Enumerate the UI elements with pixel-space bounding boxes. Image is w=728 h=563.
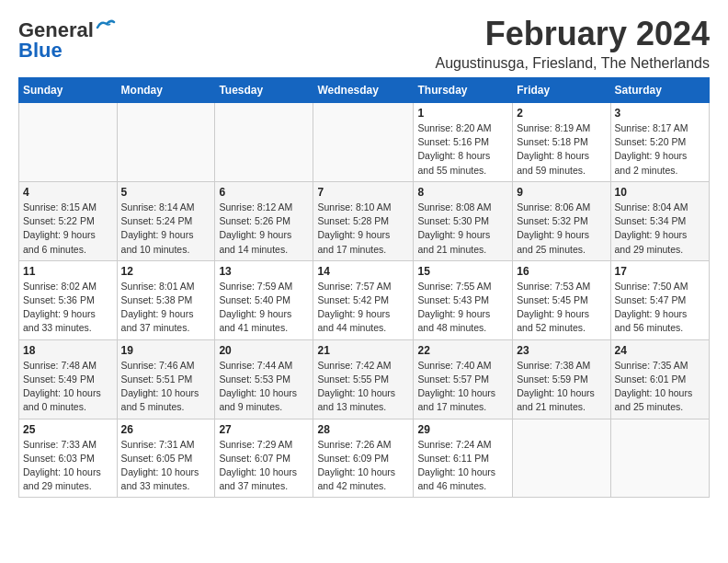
day-info: Sunrise: 7:46 AM Sunset: 5:51 PM Dayligh… <box>121 359 211 415</box>
day-info: Sunrise: 7:48 AM Sunset: 5:49 PM Dayligh… <box>23 359 113 415</box>
calendar-body: 1Sunrise: 8:20 AM Sunset: 5:16 PM Daylig… <box>19 103 710 498</box>
day-info: Sunrise: 7:44 AM Sunset: 5:53 PM Dayligh… <box>219 359 309 415</box>
day-info: Sunrise: 8:06 AM Sunset: 5:32 PM Dayligh… <box>517 201 606 257</box>
day-info: Sunrise: 7:42 AM Sunset: 5:55 PM Dayligh… <box>317 359 409 415</box>
calendar-cell: 5Sunrise: 8:14 AM Sunset: 5:24 PM Daylig… <box>117 181 215 260</box>
location-title: Augustinusga, Friesland, The Netherlands <box>435 55 710 72</box>
day-info: Sunrise: 7:55 AM Sunset: 5:43 PM Dayligh… <box>417 280 508 336</box>
calendar-cell: 29Sunrise: 7:24 AM Sunset: 6:11 PM Dayli… <box>414 419 513 498</box>
day-info: Sunrise: 8:10 AM Sunset: 5:28 PM Dayligh… <box>317 201 409 257</box>
day-info: Sunrise: 7:26 AM Sunset: 6:09 PM Dayligh… <box>317 438 409 494</box>
calendar-cell: 20Sunrise: 7:44 AM Sunset: 5:53 PM Dayli… <box>215 339 313 419</box>
calendar-cell: 6Sunrise: 8:12 AM Sunset: 5:26 PM Daylig… <box>215 181 313 260</box>
calendar-cell: 14Sunrise: 7:57 AM Sunset: 5:42 PM Dayli… <box>313 260 414 339</box>
calendar-cell: 2Sunrise: 8:19 AM Sunset: 5:18 PM Daylig… <box>513 103 610 182</box>
calendar-cell: 15Sunrise: 7:55 AM Sunset: 5:43 PM Dayli… <box>414 260 513 339</box>
weekday-header: Monday <box>117 78 215 103</box>
day-info: Sunrise: 8:20 AM Sunset: 5:16 PM Dayligh… <box>417 121 508 178</box>
day-number: 17 <box>615 265 705 278</box>
calendar-cell: 22Sunrise: 7:40 AM Sunset: 5:57 PM Dayli… <box>414 339 513 419</box>
calendar-cell: 25Sunrise: 7:33 AM Sunset: 6:03 PM Dayli… <box>19 419 118 498</box>
day-info: Sunrise: 7:50 AM Sunset: 5:47 PM Dayligh… <box>615 280 705 336</box>
calendar-week-row: 18Sunrise: 7:48 AM Sunset: 5:49 PM Dayli… <box>19 339 710 419</box>
month-title: February 2024 <box>435 15 710 53</box>
day-number: 15 <box>417 265 508 278</box>
day-number: 7 <box>317 186 409 199</box>
day-number: 10 <box>615 186 705 199</box>
day-info: Sunrise: 7:24 AM Sunset: 6:11 PM Dayligh… <box>417 438 508 494</box>
day-number: 16 <box>517 265 606 278</box>
calendar-header-row: SundayMondayTuesdayWednesdayThursdayFrid… <box>19 78 710 103</box>
day-info: Sunrise: 7:40 AM Sunset: 5:57 PM Dayligh… <box>417 359 508 415</box>
day-number: 9 <box>517 186 606 199</box>
calendar-cell: 19Sunrise: 7:46 AM Sunset: 5:51 PM Dayli… <box>117 339 215 419</box>
day-number: 21 <box>317 344 409 357</box>
day-info: Sunrise: 7:57 AM Sunset: 5:42 PM Dayligh… <box>317 280 409 336</box>
calendar-cell: 17Sunrise: 7:50 AM Sunset: 5:47 PM Dayli… <box>610 260 709 339</box>
day-info: Sunrise: 7:38 AM Sunset: 5:59 PM Dayligh… <box>517 359 606 415</box>
day-number: 14 <box>317 265 409 278</box>
day-number: 4 <box>23 186 113 199</box>
day-number: 8 <box>417 186 508 199</box>
day-info: Sunrise: 8:14 AM Sunset: 5:24 PM Dayligh… <box>121 201 211 257</box>
day-number: 28 <box>317 423 409 436</box>
calendar-cell: 1Sunrise: 8:20 AM Sunset: 5:16 PM Daylig… <box>414 103 513 182</box>
day-number: 25 <box>23 423 113 436</box>
day-info: Sunrise: 7:59 AM Sunset: 5:40 PM Dayligh… <box>219 280 309 336</box>
weekday-header: Thursday <box>414 78 513 103</box>
logo: General Blue <box>18 18 116 63</box>
calendar-cell: 11Sunrise: 8:02 AM Sunset: 5:36 PM Dayli… <box>19 260 118 339</box>
calendar-cell: 10Sunrise: 8:04 AM Sunset: 5:34 PM Dayli… <box>610 181 709 260</box>
weekday-header: Tuesday <box>215 78 313 103</box>
calendar-cell: 7Sunrise: 8:10 AM Sunset: 5:28 PM Daylig… <box>313 181 414 260</box>
logo-bird-icon <box>96 18 116 35</box>
calendar-cell <box>19 103 118 182</box>
calendar-week-row: 11Sunrise: 8:02 AM Sunset: 5:36 PM Dayli… <box>19 260 710 339</box>
day-info: Sunrise: 8:02 AM Sunset: 5:36 PM Dayligh… <box>23 280 113 336</box>
calendar-cell: 28Sunrise: 7:26 AM Sunset: 6:09 PM Dayli… <box>313 419 414 498</box>
day-number: 18 <box>23 344 113 357</box>
day-number: 22 <box>417 344 508 357</box>
calendar-cell <box>610 419 709 498</box>
calendar-cell: 27Sunrise: 7:29 AM Sunset: 6:07 PM Dayli… <box>215 419 313 498</box>
day-number: 2 <box>517 107 606 120</box>
day-number: 13 <box>219 265 309 278</box>
calendar: SundayMondayTuesdayWednesdayThursdayFrid… <box>18 77 710 498</box>
day-info: Sunrise: 8:17 AM Sunset: 5:20 PM Dayligh… <box>615 121 705 178</box>
day-info: Sunrise: 7:35 AM Sunset: 6:01 PM Dayligh… <box>615 359 705 415</box>
day-number: 24 <box>615 344 705 357</box>
title-area: February 2024 Augustinusga, Friesland, T… <box>435 15 710 72</box>
calendar-cell: 4Sunrise: 8:15 AM Sunset: 5:22 PM Daylig… <box>19 181 118 260</box>
day-number: 29 <box>417 423 508 436</box>
logo-blue: Blue <box>18 39 63 63</box>
weekday-header: Saturday <box>610 78 709 103</box>
day-number: 19 <box>121 344 211 357</box>
day-number: 26 <box>121 423 211 436</box>
day-info: Sunrise: 8:01 AM Sunset: 5:38 PM Dayligh… <box>121 280 211 336</box>
calendar-cell: 9Sunrise: 8:06 AM Sunset: 5:32 PM Daylig… <box>513 181 610 260</box>
calendar-cell: 21Sunrise: 7:42 AM Sunset: 5:55 PM Dayli… <box>313 339 414 419</box>
calendar-cell: 16Sunrise: 7:53 AM Sunset: 5:45 PM Dayli… <box>513 260 610 339</box>
calendar-cell: 3Sunrise: 8:17 AM Sunset: 5:20 PM Daylig… <box>610 103 709 182</box>
day-info: Sunrise: 8:15 AM Sunset: 5:22 PM Dayligh… <box>23 201 113 257</box>
calendar-cell <box>313 103 414 182</box>
weekday-header: Friday <box>513 78 610 103</box>
calendar-week-row: 25Sunrise: 7:33 AM Sunset: 6:03 PM Dayli… <box>19 419 710 498</box>
day-number: 27 <box>219 423 309 436</box>
day-number: 6 <box>219 186 309 199</box>
calendar-week-row: 1Sunrise: 8:20 AM Sunset: 5:16 PM Daylig… <box>19 103 710 182</box>
day-info: Sunrise: 7:29 AM Sunset: 6:07 PM Dayligh… <box>219 438 309 494</box>
calendar-cell: 8Sunrise: 8:08 AM Sunset: 5:30 PM Daylig… <box>414 181 513 260</box>
day-number: 3 <box>615 107 705 120</box>
day-info: Sunrise: 7:33 AM Sunset: 6:03 PM Dayligh… <box>23 438 113 494</box>
calendar-cell: 26Sunrise: 7:31 AM Sunset: 6:05 PM Dayli… <box>117 419 215 498</box>
day-number: 1 <box>417 107 508 120</box>
calendar-cell: 13Sunrise: 7:59 AM Sunset: 5:40 PM Dayli… <box>215 260 313 339</box>
day-info: Sunrise: 8:19 AM Sunset: 5:18 PM Dayligh… <box>517 121 606 178</box>
calendar-cell <box>215 103 313 182</box>
calendar-cell: 18Sunrise: 7:48 AM Sunset: 5:49 PM Dayli… <box>19 339 118 419</box>
day-info: Sunrise: 8:12 AM Sunset: 5:26 PM Dayligh… <box>219 201 309 257</box>
day-info: Sunrise: 7:31 AM Sunset: 6:05 PM Dayligh… <box>121 438 211 494</box>
day-number: 20 <box>219 344 309 357</box>
day-info: Sunrise: 7:53 AM Sunset: 5:45 PM Dayligh… <box>517 280 606 336</box>
